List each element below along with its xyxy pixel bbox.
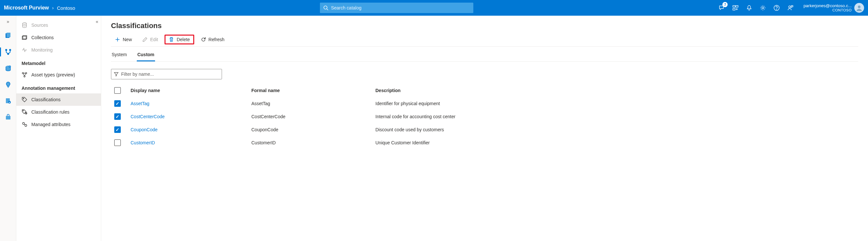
user-menu[interactable]: parkerjones@contoso.c... CONTOSO	[803, 3, 864, 13]
sidebar-item-label: Classifications	[31, 97, 60, 102]
row-checkbox[interactable]	[114, 113, 121, 120]
sidebar-item-collections[interactable]: Collections	[16, 31, 101, 44]
search-container: Search catalog	[75, 3, 718, 13]
header-actions: 7 parkerjones@contoso.c... CONTOSO	[718, 3, 864, 13]
row-display-name[interactable]: CostCenterCode	[131, 114, 251, 119]
rail-item-insights[interactable]	[2, 78, 15, 91]
sidebar-item-monitoring[interactable]: Monitoring	[16, 44, 101, 56]
collections-icon	[22, 35, 27, 40]
sidebar-item-classification-rules[interactable]: Classification rules	[16, 106, 101, 118]
tab-custom[interactable]: Custom	[137, 49, 155, 61]
tabs: System Custom	[111, 49, 858, 62]
row-description: Identifier for physical equipment	[375, 101, 858, 106]
refresh-button[interactable]: Refresh	[197, 35, 228, 44]
classifications-table: Display name Formal name Description Ass…	[111, 84, 858, 149]
rail-item-policy[interactable]	[2, 94, 15, 108]
svg-point-16	[9, 66, 11, 68]
sidebar-item-sources[interactable]: Sources	[16, 19, 101, 31]
breadcrumb-separator-icon: ›	[52, 5, 54, 10]
row-formal-name: CostCenterCode	[251, 114, 375, 119]
app-header: Microsoft Purview › Contoso Search catal…	[0, 0, 868, 16]
table-header: Display name Formal name Description	[111, 84, 858, 97]
sidebar-item-label: Managed attributes	[31, 122, 70, 127]
row-display-name[interactable]: CouponCode	[131, 127, 251, 132]
sidebar-item-classifications[interactable]: Classifications	[16, 93, 101, 106]
sidebar-item-label: Monitoring	[31, 47, 53, 53]
svg-point-9	[858, 5, 861, 8]
col-display[interactable]: Display name	[131, 88, 251, 93]
toolbar: New Edit Delete Refresh	[111, 35, 858, 47]
svg-point-24	[26, 72, 27, 74]
page-title: Classifications	[111, 22, 858, 30]
breadcrumb[interactable]: Contoso	[57, 5, 75, 11]
rail-expand-icon[interactable]: »	[7, 19, 9, 24]
row-formal-name: AssetTag	[251, 101, 375, 106]
rail-item-scan[interactable]	[2, 62, 15, 75]
svg-point-23	[22, 72, 24, 74]
table-row[interactable]: CustomerID CustomerID Unique Customer Id…	[111, 136, 858, 149]
col-formal[interactable]: Formal name	[251, 88, 375, 93]
classification-rules-icon	[22, 109, 27, 115]
row-description: Internal code for accounting cost center	[375, 114, 858, 119]
filter-input[interactable]: Filter by name...	[111, 69, 222, 79]
edit-icon	[142, 37, 148, 42]
settings-icon[interactable]	[759, 4, 767, 12]
search-icon	[323, 5, 329, 10]
feedback-icon[interactable]: 7	[718, 4, 726, 12]
sidebar-section-metamodel: Metamodel	[16, 56, 101, 68]
diagnostics-icon[interactable]	[732, 4, 739, 12]
user-email: parkerjones@contoso.c...	[803, 3, 852, 8]
user-text: parkerjones@contoso.c... CONTOSO	[803, 3, 852, 13]
sidebar-section-annotation: Annotation management	[16, 81, 101, 93]
search-input[interactable]: Search catalog	[320, 3, 473, 13]
sidebar-item-label: Sources	[31, 23, 48, 28]
table-row[interactable]: AssetTag AssetTag Identifier for physica…	[111, 97, 858, 110]
delete-button[interactable]: Delete	[164, 35, 194, 44]
sources-icon	[22, 22, 27, 28]
svg-point-13	[9, 49, 11, 51]
person-feedback-icon[interactable]	[786, 4, 794, 12]
sidebar-item-managed-attributes[interactable]: Managed attributes	[16, 118, 101, 131]
edit-button: Edit	[138, 35, 162, 44]
notifications-icon[interactable]	[745, 4, 753, 12]
row-formal-name: CustomerID	[251, 140, 375, 145]
svg-rect-19	[6, 116, 10, 120]
classifications-icon	[22, 97, 27, 102]
row-description: Unique Customer Identifier	[375, 140, 858, 145]
rail-item-data[interactable]	[2, 29, 15, 42]
new-button[interactable]: New	[111, 35, 136, 44]
help-icon[interactable]	[773, 4, 780, 12]
row-checkbox[interactable]	[114, 100, 121, 107]
sidebar-item-asset-types[interactable]: Asset types (preview)	[16, 68, 101, 81]
svg-rect-3	[736, 5, 738, 7]
tab-system[interactable]: System	[111, 49, 128, 61]
row-checkbox[interactable]	[114, 140, 121, 146]
brand[interactable]: Microsoft Purview	[4, 5, 49, 11]
table-row[interactable]: CostCenterCode CostCenterCode Internal c…	[111, 110, 858, 123]
sidebar-collapse-icon[interactable]: «	[96, 19, 98, 24]
edit-label: Edit	[150, 37, 158, 42]
col-description[interactable]: Description	[375, 88, 858, 93]
search-placeholder: Search catalog	[331, 5, 361, 10]
svg-point-27	[23, 110, 24, 111]
avatar[interactable]	[854, 3, 864, 13]
rail-item-map[interactable]	[2, 46, 15, 58]
row-display-name[interactable]: CustomerID	[131, 140, 251, 145]
table-row[interactable]: CouponCode CouponCode Discount code used…	[111, 123, 858, 136]
svg-point-5	[762, 7, 764, 9]
row-display-name[interactable]: AssetTag	[131, 101, 251, 106]
svg-point-25	[24, 76, 25, 77]
rail-item-management[interactable]	[2, 111, 15, 124]
monitoring-icon	[22, 47, 27, 53]
row-formal-name: CouponCode	[251, 127, 375, 132]
filter-placeholder: Filter by name...	[121, 71, 154, 77]
sidebar: « Sources Collections Monitoring Metamod…	[16, 16, 101, 241]
plus-icon	[115, 37, 120, 42]
managed-attributes-icon	[22, 121, 27, 127]
select-all-checkbox[interactable]	[114, 87, 121, 94]
row-checkbox[interactable]	[114, 126, 121, 133]
svg-point-12	[5, 49, 7, 51]
svg-point-0	[324, 6, 327, 9]
row-description: Discount code used by customers	[375, 127, 858, 132]
icon-rail: »	[0, 16, 16, 241]
